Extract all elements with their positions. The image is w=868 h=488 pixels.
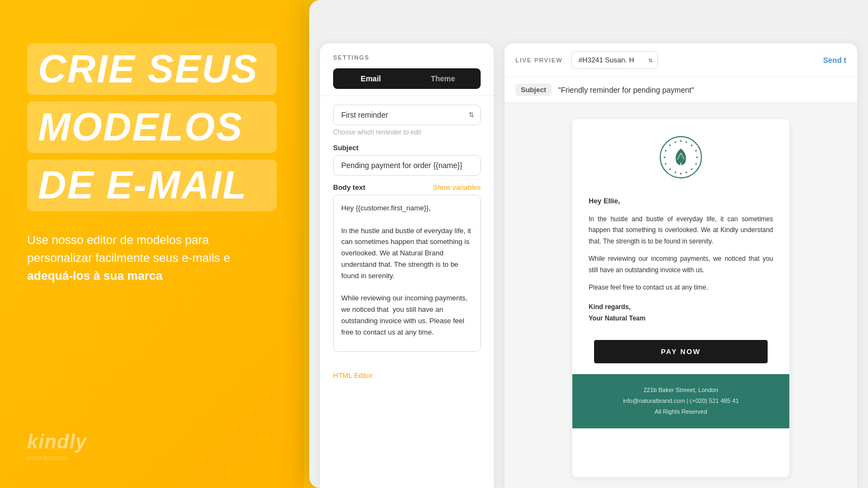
- reminder-select[interactable]: First reminder: [333, 105, 481, 125]
- subject-input[interactable]: [333, 155, 481, 176]
- svg-point-8: [686, 172, 687, 174]
- settings-header: SETTINGS Email Theme: [320, 43, 494, 96]
- brand-logo-icon: [659, 136, 703, 179]
- email-sign-2: Your Natural Team: [589, 313, 773, 324]
- body-textarea[interactable]: [333, 195, 481, 352]
- preview-panel: LIVE PRVIEW #H3241 Susan. H ⇅ Send t Sub…: [505, 43, 857, 488]
- footer-line-3: All Rights Reserved: [583, 407, 778, 418]
- customer-select[interactable]: #H3241 Susan. H: [571, 51, 658, 69]
- headline-line-3: DE E-MAIL: [38, 163, 247, 207]
- pay-now-button[interactable]: PAY NOW: [594, 340, 768, 363]
- svg-point-6: [695, 163, 697, 165]
- email-content: Hey Ellie, In the hustle and bustle of e…: [572, 190, 789, 335]
- tab-email[interactable]: Email: [335, 70, 407, 87]
- reminder-hint: Choose which reminder to edit: [333, 129, 481, 136]
- body-text-label: Body text: [333, 183, 365, 191]
- email-preview-body: Hey Ellie, In the hustle and bustle of e…: [505, 103, 857, 488]
- subject-badge: Subject: [515, 84, 552, 96]
- hero-line-2: MODELOS: [27, 101, 277, 153]
- email-logo-area: [572, 119, 789, 190]
- tab-theme[interactable]: Theme: [407, 70, 479, 87]
- settings-panel: SETTINGS Email Theme First reminder ⇅ Ch…: [320, 43, 494, 488]
- svg-point-16: [675, 142, 676, 143]
- hero-subtitle: Use nosso editor de modelos para persona…: [27, 231, 255, 285]
- hero-line-1: CRIE SEUS: [27, 43, 277, 95]
- svg-point-10: [675, 172, 676, 174]
- headline-line-2: MODELOS: [38, 105, 243, 149]
- svg-point-2: [686, 142, 687, 143]
- email-sign-1: Kind regards,: [589, 301, 773, 312]
- email-para-3: Please feel free to contact us at any ti…: [589, 282, 773, 293]
- preview-title: LIVE PRVIEW: [515, 57, 563, 63]
- customer-select-wrapper: #H3241 Susan. H ⇅: [571, 51, 658, 69]
- logo-text: kindly: [27, 431, 277, 453]
- email-para-2: While reviewing our incoming payments, w…: [589, 253, 773, 275]
- email-sign: Kind regards, Your Natural Team: [589, 301, 773, 324]
- subtitle-plain: Use nosso editor de modelos para persona…: [27, 233, 230, 265]
- logo-tagline: smart business: [27, 454, 277, 461]
- right-panel: SETTINGS Email Theme First reminder ⇅ Ch…: [309, 0, 868, 488]
- hero-text-block: CRIE SEUS MODELOS DE E-MAIL Use nosso ed…: [27, 43, 277, 285]
- svg-point-12: [665, 163, 667, 165]
- svg-point-15: [669, 145, 671, 146]
- footer-line-1: 221b Baker Streeet, London: [583, 385, 778, 396]
- svg-point-4: [695, 150, 697, 152]
- hero-line-3: DE E-MAIL: [27, 159, 277, 211]
- subtitle-bold: adequá-los à sua marca: [27, 269, 162, 282]
- svg-point-9: [680, 173, 682, 175]
- svg-point-14: [665, 150, 667, 152]
- email-footer: 221b Baker Streeet, London info@naturalb…: [572, 374, 789, 428]
- svg-point-1: [680, 140, 682, 142]
- body-text-header: Body text Show variables: [333, 183, 481, 191]
- headline-line-1: CRIE SEUS: [38, 47, 258, 91]
- left-panel: CRIE SEUS MODELOS DE E-MAIL Use nosso ed…: [0, 0, 304, 488]
- send-button[interactable]: Send t: [823, 56, 846, 65]
- email-card: Hey Ellie, In the hustle and bustle of e…: [572, 119, 789, 477]
- preview-header: LIVE PRVIEW #H3241 Susan. H ⇅ Send t: [505, 43, 857, 77]
- svg-point-3: [691, 145, 693, 146]
- svg-point-11: [669, 169, 671, 170]
- email-greeting: Hey Ellie,: [589, 195, 773, 207]
- settings-title: SETTINGS: [333, 54, 481, 61]
- show-variables-link[interactable]: Show variables: [433, 183, 481, 191]
- settings-body: First reminder ⇅ Choose which reminder t…: [320, 96, 494, 363]
- tab-bar: Email Theme: [333, 68, 481, 89]
- svg-point-5: [697, 157, 698, 158]
- footer-line-2: info@naturalbrand.com | (+020) 521 485 4…: [583, 396, 778, 407]
- html-editor-link[interactable]: HTML Editor: [320, 371, 494, 380]
- email-para-1: In the hustle and bustle of everyday lif…: [589, 214, 773, 247]
- svg-point-7: [691, 169, 693, 170]
- preview-subject: Subject "Friendly reminder for pending p…: [505, 77, 857, 103]
- logo-area: kindly smart business: [27, 431, 277, 461]
- subject-label: Subject: [333, 144, 481, 152]
- svg-point-13: [664, 157, 666, 158]
- subject-value: "Friendly reminder for pending payment": [558, 86, 694, 94]
- reminder-select-wrapper: First reminder ⇅: [333, 105, 481, 125]
